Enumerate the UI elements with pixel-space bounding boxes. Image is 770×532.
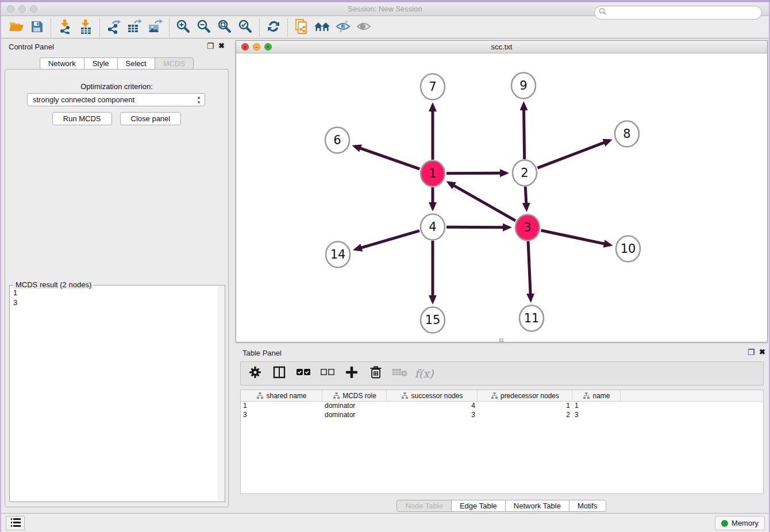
open-session-button[interactable] — [6, 19, 26, 36]
graph-edge-3-1[interactable] — [449, 183, 515, 221]
mcds-result-text[interactable]: 13 — [11, 288, 217, 500]
graph-edge-2-3[interactable] — [525, 187, 526, 209]
close-panel-button[interactable]: Close panel — [120, 112, 182, 125]
table-row[interactable]: 3dominator323 — [241, 411, 763, 420]
zoom-in-button[interactable] — [173, 19, 194, 36]
home-button[interactable] — [312, 19, 333, 36]
export-table-icon — [126, 19, 143, 36]
graph-node-14[interactable]: 14 — [326, 242, 350, 268]
toggle-column-panel-button[interactable] — [272, 366, 287, 381]
graph-edge-2-9[interactable] — [523, 104, 524, 159]
column-header-name[interactable]: name — [572, 390, 621, 401]
network-window-titlebar[interactable]: x – + scc.txt — [236, 41, 767, 53]
graph-node-10[interactable]: 10 — [616, 236, 640, 262]
tab-network[interactable]: Network — [40, 57, 84, 70]
delete-row-button[interactable] — [368, 366, 383, 381]
tab-mcds[interactable]: MCDS — [155, 57, 194, 70]
svg-text:15: 15 — [425, 313, 441, 327]
graph-node-4[interactable]: 4 — [421, 214, 445, 240]
graph-node-11[interactable]: 11 — [519, 306, 544, 331]
table-panel-close-icon[interactable]: ✖ — [759, 348, 765, 356]
graph-node-9[interactable]: 9 — [511, 73, 536, 99]
column-header-predecessor-nodes[interactable]: predecessor nodes — [478, 390, 572, 401]
tab-style[interactable]: Style — [84, 57, 118, 70]
table-cell[interactable]: 2 — [478, 411, 572, 420]
column-header-shared-name[interactable]: shared name — [241, 390, 322, 401]
tab-network-table[interactable]: Network Table — [505, 500, 569, 512]
add-row-button[interactable] — [344, 366, 359, 381]
split-resize-handle[interactable] — [499, 338, 503, 342]
select-all-icon — [296, 368, 311, 379]
search-input[interactable] — [607, 9, 761, 17]
toolbar-separator — [259, 19, 260, 36]
export-image-button[interactable] — [145, 19, 165, 36]
refresh-layout-button[interactable] — [263, 19, 284, 36]
import-table-button[interactable] — [75, 19, 96, 36]
column-header-MCDS-role[interactable]: MCDS role — [322, 390, 387, 401]
graph-node-8[interactable]: 8 — [615, 121, 639, 147]
show-eye-icon — [356, 20, 372, 36]
toolbar-separator — [99, 19, 100, 36]
export-network-icon — [106, 19, 121, 36]
table-cell[interactable]: 3 — [572, 411, 621, 420]
column-header-successor-nodes[interactable]: successor nodes — [387, 390, 478, 401]
memory-button[interactable]: Memory — [715, 516, 765, 530]
tab-select[interactable]: Select — [117, 57, 155, 70]
graph-node-6[interactable]: 6 — [325, 128, 349, 153]
control-panel-float-icon[interactable]: ❐ — [207, 42, 214, 50]
svg-text:6: 6 — [333, 133, 341, 147]
graph-edge-1-2[interactable] — [446, 173, 506, 174]
graph-edge-2-8[interactable] — [537, 140, 610, 168]
graph-edge-4-3[interactable] — [446, 227, 509, 228]
graph-edge-1-6[interactable] — [355, 147, 419, 169]
export-table-button[interactable] — [124, 19, 145, 36]
graph-edge-3-11[interactable] — [528, 241, 531, 300]
task-history-button[interactable] — [6, 516, 25, 530]
duplicate-network-button[interactable] — [291, 19, 312, 36]
table-row[interactable]: 1dominator411 — [241, 402, 763, 411]
table-cell[interactable]: dominator — [322, 411, 387, 420]
table-cell[interactable]: dominator — [322, 402, 387, 411]
save-session-button[interactable] — [26, 19, 47, 36]
run-mcds-button[interactable]: Run MCDS — [52, 112, 112, 125]
zoom-out-button[interactable] — [194, 19, 214, 36]
zoom-selected-button[interactable] — [235, 19, 256, 36]
export-network-button[interactable] — [103, 19, 124, 36]
graph-node-3[interactable]: 3 — [515, 215, 540, 241]
add-row-icon — [345, 365, 359, 381]
search-field[interactable] — [594, 6, 762, 20]
open-session-icon — [9, 20, 24, 36]
graph-edge-3-10[interactable] — [541, 230, 610, 245]
import-network-button[interactable] — [55, 19, 75, 36]
table-panel-float-icon[interactable]: ❐ — [748, 348, 755, 356]
control-panel-close-icon[interactable]: ✖ — [218, 42, 225, 50]
deselect-all-button[interactable] — [320, 366, 335, 381]
optimization-criterion-label: Optimization criterion: — [5, 82, 228, 91]
table-cell[interactable]: 4 — [387, 402, 478, 411]
mcds-result-scrollbar[interactable] — [218, 286, 224, 501]
control-panel-tabs: NetworkStyleSelectMCDS — [40, 57, 194, 70]
tab-node-table[interactable]: Node Table — [396, 500, 452, 512]
table-cell[interactable]: 3 — [387, 411, 478, 420]
network-view-window: x – + scc.txt 7968124314101511 — [236, 40, 768, 342]
criterion-dropdown[interactable]: strongly connected component ▲▼ — [27, 93, 205, 106]
function-builder-icon: f(x) — [415, 367, 434, 380]
zoom-fit-button[interactable] — [214, 19, 235, 36]
svg-text:9: 9 — [519, 79, 527, 92]
table-cell[interactable]: 1 — [241, 402, 322, 411]
graph-node-1[interactable]: 1 — [421, 161, 445, 187]
graph-node-2[interactable]: 2 — [513, 160, 537, 186]
network-canvas[interactable]: 7968124314101511 — [236, 53, 767, 342]
hide-eye-button[interactable] — [333, 19, 353, 36]
show-eye-button — [353, 19, 374, 36]
tab-motifs[interactable]: Motifs — [569, 500, 606, 512]
graph-node-15[interactable]: 15 — [421, 307, 445, 333]
table-cell[interactable]: 3 — [241, 411, 322, 420]
table-cell[interactable]: 1 — [478, 402, 572, 411]
graph-node-7[interactable]: 7 — [421, 74, 445, 100]
graph-edge-4-14[interactable] — [356, 231, 419, 249]
settings-gear-button[interactable] — [248, 366, 263, 381]
select-all-button[interactable] — [296, 366, 311, 381]
table-cell[interactable]: 1 — [572, 402, 621, 411]
tab-edge-table[interactable]: Edge Table — [451, 500, 506, 512]
